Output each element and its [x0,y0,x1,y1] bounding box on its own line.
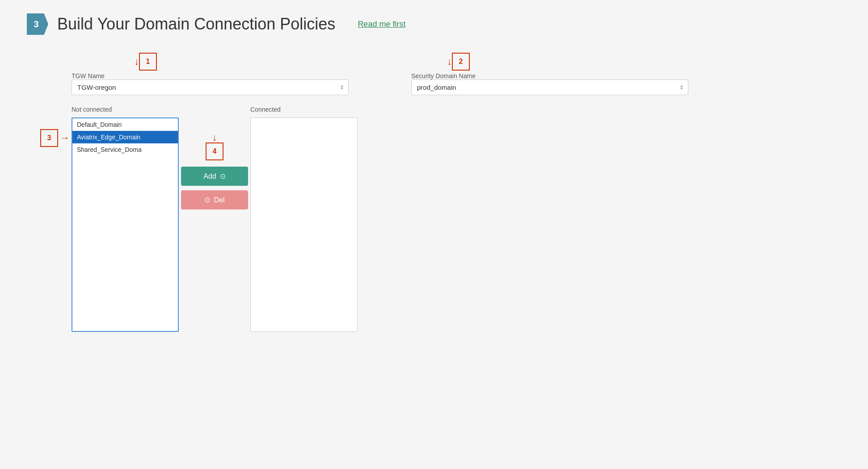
annotation-1-box: 1 [139,53,157,71]
not-connected-list[interactable]: Default_Domain Aviatrix_Edge_Domain Shar… [72,117,179,332]
del-icon-left: ⊙ [204,196,210,204]
security-select[interactable]: prod_domain dev_domain shared_domain [411,80,688,95]
add-button[interactable]: Add ⊙ [181,167,248,186]
annotation-3-group: 3 → [40,129,70,147]
annotation-2-box: 2 [452,53,470,71]
security-select-wrapper: prod_domain dev_domain shared_domain [411,80,688,95]
annotation-2-arrow: ↓ [447,57,452,67]
annotation-4-box: 4 [206,142,223,160]
connected-list[interactable] [250,117,358,332]
tgw-label: TGW Name [72,72,349,80]
header: 3 Build Your Domain Connection Policies … [27,13,841,35]
not-connected-label: Not connected [72,106,179,113]
list-item[interactable]: Shared_Service_Doma [72,143,178,156]
add-label: Add [203,172,216,180]
tgw-select-wrapper: TGW-oregon TGW-virginia TGW-tokyo [72,80,349,95]
annotation-1-arrow: ↓ [134,57,139,67]
page: 3 Build Your Domain Connection Policies … [0,0,868,469]
page-title: Build Your Domain Connection Policies [57,15,335,34]
tgw-select[interactable]: TGW-oregon TGW-virginia TGW-tokyo [72,80,349,95]
annotation-3-arrow: → [60,132,70,144]
read-me-link[interactable]: Read me first [358,20,405,29]
step-badge: 3 [27,13,48,35]
add-icon: ⊙ [220,172,226,180]
annotation-4-arrow: ↓ [212,133,217,142]
connected-label: Connected [250,106,358,113]
list-item[interactable]: Default_Domain [72,118,178,131]
del-button[interactable]: ⊙ Del [181,190,248,209]
security-label: Security Domain Name [411,72,688,80]
connected-column: Connected [250,106,358,332]
annotation-3-box: 3 [40,129,58,147]
annotation-4-group: ↓ 4 [206,133,223,160]
del-label: Del [214,196,224,204]
not-connected-column: Not connected Default_Domain Aviatrix_Ed… [72,106,179,332]
list-item[interactable]: Aviatrix_Edge_Domain [72,131,178,143]
buttons-column: ↓ 4 Add ⊙ ⊙ Del [179,106,250,209]
